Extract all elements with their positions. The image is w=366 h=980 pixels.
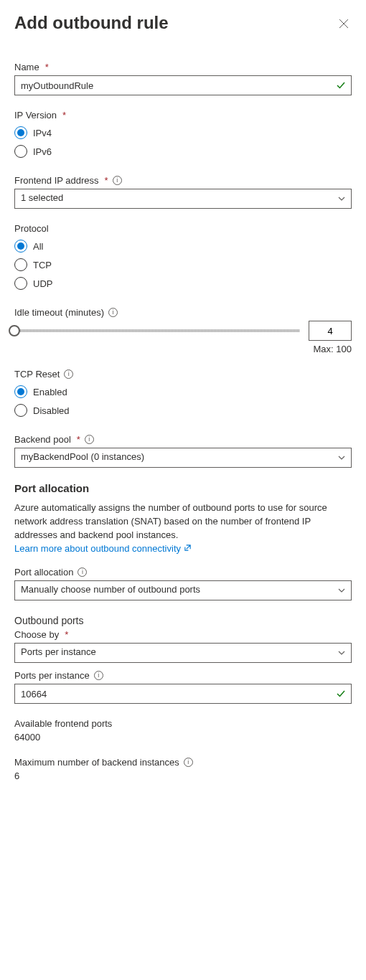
frontend-ip-label: Frontend IP address* — [14, 175, 352, 186]
radio-label: IPv4 — [33, 128, 52, 138]
info-icon[interactable] — [64, 369, 73, 379]
info-icon[interactable] — [94, 671, 103, 680]
ip-version-radio-group: IPv4 IPv6 — [14, 123, 352, 161]
protocol-label: Protocol — [14, 223, 352, 234]
idle-timeout-label: Idle timeout (minutes) — [14, 307, 352, 318]
required-indicator: * — [105, 175, 108, 186]
idle-timeout-max: Max: 100 — [14, 344, 352, 354]
ports-per-instance-label: Ports per instance — [14, 670, 352, 681]
radio-protocol-tcp[interactable]: TCP — [14, 255, 352, 274]
external-link-icon — [184, 542, 192, 556]
frontend-ip-select[interactable]: 1 selected — [14, 189, 352, 209]
checkmark-icon — [336, 80, 346, 90]
name-label: Name* — [14, 62, 352, 72]
page-title: Add outbound rule — [14, 13, 169, 33]
required-indicator: * — [77, 434, 80, 445]
radio-label: IPv6 — [33, 146, 52, 157]
close-button[interactable] — [336, 16, 352, 32]
radio-icon — [14, 404, 27, 417]
max-backend-value: 6 — [14, 771, 352, 781]
learn-more-link[interactable]: Learn more about outbound connectivity — [14, 543, 192, 554]
radio-label: Disabled — [33, 405, 70, 416]
radio-icon — [14, 277, 27, 290]
ports-per-instance-input[interactable] — [14, 684, 352, 704]
info-icon[interactable] — [113, 176, 122, 185]
required-indicator: * — [65, 629, 68, 640]
radio-protocol-udp[interactable]: UDP — [14, 274, 352, 293]
backend-pool-label: Backend pool* — [14, 434, 352, 445]
info-icon[interactable] — [85, 435, 94, 444]
backend-pool-select[interactable]: myBackendPool (0 instances) — [14, 448, 352, 468]
required-indicator: * — [62, 110, 66, 121]
tcp-reset-radio-group: Enabled Disabled — [14, 382, 352, 420]
protocol-radio-group: All TCP UDP — [14, 237, 352, 293]
choose-by-label: Choose by* — [14, 629, 352, 640]
info-icon[interactable] — [184, 758, 193, 767]
close-icon — [339, 19, 349, 29]
radio-tcp-reset-disabled[interactable]: Disabled — [14, 401, 352, 420]
checkmark-icon — [336, 689, 346, 699]
max-backend-label: Maximum number of backend instances — [14, 757, 352, 768]
radio-label: Enabled — [33, 387, 67, 397]
idle-timeout-slider[interactable] — [14, 329, 300, 332]
info-icon[interactable] — [108, 308, 118, 317]
slider-thumb[interactable] — [9, 325, 20, 336]
ip-version-label: IP Version* — [14, 110, 352, 121]
radio-label: All — [33, 241, 43, 252]
tcp-reset-label: TCP Reset — [14, 369, 352, 380]
name-input[interactable] — [14, 75, 352, 95]
radio-label: TCP — [33, 260, 52, 270]
port-allocation-select[interactable]: Manually choose number of outbound ports — [14, 580, 352, 600]
radio-icon — [14, 385, 27, 398]
radio-icon — [14, 145, 27, 158]
radio-label: UDP — [33, 278, 52, 289]
radio-icon — [14, 240, 27, 253]
port-allocation-label: Port allocation — [14, 567, 352, 578]
radio-icon — [14, 258, 27, 271]
available-ports-label: Available frontend ports — [14, 718, 352, 729]
outbound-ports-heading: Outbound ports — [14, 615, 352, 626]
radio-protocol-all[interactable]: All — [14, 237, 352, 255]
radio-icon — [14, 126, 27, 139]
info-icon[interactable] — [78, 567, 87, 577]
radio-ipv4[interactable]: IPv4 — [14, 123, 352, 142]
radio-ipv6[interactable]: IPv6 — [14, 142, 352, 161]
port-allocation-heading: Port allocation — [14, 482, 352, 494]
idle-timeout-input[interactable] — [309, 321, 352, 341]
radio-tcp-reset-enabled[interactable]: Enabled — [14, 382, 352, 401]
available-ports-value: 64000 — [14, 732, 352, 743]
port-allocation-description: Azure automatically assigns the number o… — [14, 501, 352, 555]
required-indicator: * — [45, 62, 49, 72]
choose-by-select[interactable]: Ports per instance — [14, 643, 352, 663]
